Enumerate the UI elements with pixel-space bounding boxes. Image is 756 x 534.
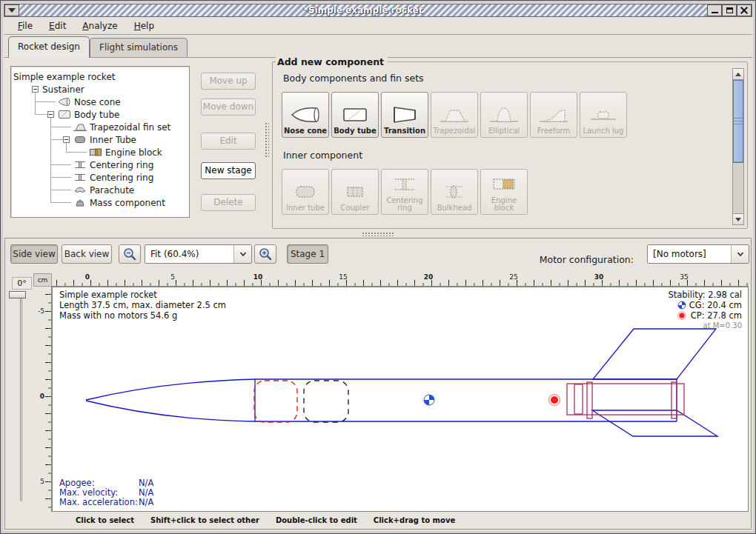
scroll-up-button[interactable] [733, 69, 743, 80]
tree-item-engine-block[interactable]: Engine block [11, 146, 189, 158]
fin-shape-bottom[interactable] [592, 410, 717, 436]
motor-configuration-select[interactable]: [No motors] [647, 244, 749, 264]
chevron-down-icon [238, 249, 248, 259]
move-up-button[interactable]: Move up [201, 73, 256, 90]
transition-icon [388, 104, 422, 126]
add-inner-tube-button[interactable]: Inner tube [282, 169, 329, 215]
rocket-info: Simple example rocket Length 37.5 cm, ma… [59, 290, 226, 321]
add-body-tube-button[interactable]: Body tube [331, 92, 379, 138]
cp-legend-icon [678, 312, 686, 319]
window-menu-button[interactable] [4, 4, 19, 16]
nose-cone-shape[interactable] [86, 379, 255, 400]
tree-item-inner-tube[interactable]: Inner Tube [11, 133, 189, 146]
dashed-component-rear[interactable] [304, 381, 348, 422]
move-down-button[interactable]: Move down [201, 99, 256, 116]
tab-flight-simulations[interactable]: Flight simulations [90, 38, 188, 57]
tree-item-fin-set[interactable]: Trapezoidal fin set [11, 121, 189, 133]
fin-shape-top[interactable] [593, 329, 716, 379]
add-centering-ring-button[interactable]: Centering ring [381, 169, 428, 215]
side-view-button[interactable]: Side view [10, 244, 58, 264]
menu-analyze[interactable]: Analyze [76, 19, 124, 33]
rocket-drawing: Simple example rocket Length 37.5 cm, ma… [53, 287, 748, 511]
tree-item-sustainer[interactable]: Sustainer [11, 83, 189, 96]
elliptical-fin-icon [487, 104, 521, 126]
add-engine-block-button[interactable]: Engine block [480, 169, 528, 215]
info-line: Simple example rocket [59, 290, 157, 300]
dropdown-arrow [731, 245, 749, 263]
tree-item-body-tube[interactable]: Body tube [11, 108, 189, 121]
zoom-out-button[interactable] [119, 244, 141, 264]
max-velocity-label: Max. velocity: [59, 487, 118, 498]
close-icon [740, 7, 748, 14]
zoom-level-select[interactable]: Fit (60.4%) [145, 244, 252, 264]
delete-button[interactable]: Delete [201, 194, 256, 211]
stage-1-toggle[interactable]: Stage 1 [287, 244, 328, 264]
nose-cone-shape[interactable] [86, 401, 255, 421]
rotation-slider[interactable] [20, 294, 22, 501]
tab-rocket-design[interactable]: Rocket design [8, 36, 90, 58]
edit-button[interactable]: Edit [201, 133, 256, 150]
main-tabs: Rocket design Flight simulations [4, 35, 752, 58]
add-launch-lug-button[interactable]: Launch lug [580, 92, 627, 138]
rocket-canvas[interactable]: Simple example rocket Length 37.5 cm, ma… [52, 287, 749, 512]
info-line: Length 37.5 cm, max. diameter 2.5 cm [59, 300, 226, 310]
nose-cone-icon [58, 97, 71, 107]
tree-item-mass-component[interactable]: Mass component [11, 196, 189, 209]
tree-item-parachute[interactable]: Parachute [11, 184, 189, 196]
centering-ring-shape[interactable] [672, 382, 677, 418]
dashed-component-front[interactable] [254, 381, 297, 422]
add-trapezoidal-button[interactable]: Trapezoidal [431, 92, 478, 138]
body-tube-icon [58, 110, 71, 119]
add-elliptical-button[interactable]: Elliptical [480, 92, 528, 138]
body-tube-icon [338, 104, 372, 126]
tree-item-nose-cone[interactable]: Nose cone [11, 96, 189, 108]
engine-block-shape[interactable] [574, 384, 583, 414]
internal-components [567, 382, 684, 418]
component-scrollbar[interactable] [732, 68, 744, 225]
vertical-ruler: -5 0 5 [33, 287, 52, 512]
menu-file[interactable]: File [11, 19, 39, 33]
motor-configuration-label: Motor configuration: [540, 254, 634, 265]
max-acceleration-value: N/A [139, 497, 153, 507]
hint: Click to select [76, 516, 134, 524]
add-coupler-button[interactable]: Coupler [331, 169, 379, 215]
launch-lug-icon [586, 104, 620, 126]
cg-marker[interactable] [424, 395, 434, 405]
max-acceleration-label: Max. acceleration: [59, 497, 138, 507]
group-title: Add new component [276, 56, 388, 67]
new-stage-button[interactable]: New stage [201, 162, 256, 179]
view-toolbar: Side view Back view Fit (60.4%) Stage 1 … [5, 244, 751, 264]
menu-edit[interactable]: Edit [42, 19, 73, 33]
back-view-button[interactable]: Back view [62, 244, 112, 264]
scroll-down-button[interactable] [733, 213, 743, 224]
close-button[interactable] [737, 4, 752, 16]
add-nose-cone-button[interactable]: Nose cone [282, 92, 329, 138]
menu-help[interactable]: Help [127, 19, 161, 33]
horizontal-splitter[interactable] [362, 233, 395, 236]
tree-item-rocket[interactable]: Simple example rocket [11, 70, 189, 83]
vertical-splitter[interactable] [265, 123, 269, 158]
add-transition-button[interactable]: Transition [381, 92, 428, 138]
design-upper-panel: Simple example rocket Sustainer Nose con… [4, 58, 752, 236]
minimize-button[interactable] [707, 4, 722, 16]
nose-cone-icon [288, 104, 322, 126]
add-freeform-button[interactable]: Freeform [530, 92, 577, 138]
hint: Shift+click to select other [150, 516, 259, 524]
app-window: *Simple example rocket File Edit Analyze… [0, 0, 756, 534]
maximize-button[interactable] [722, 4, 737, 16]
scrollbar-thumb[interactable] [733, 80, 743, 163]
tree-item-centering-ring-1[interactable]: Centering ring [11, 158, 189, 171]
maximize-icon [726, 7, 733, 13]
tree-item-centering-ring-2[interactable]: Centering ring [11, 171, 189, 184]
zoom-level-value: Fit (60.4%) [145, 249, 233, 259]
zoom-in-button[interactable] [254, 244, 276, 264]
centering-ring-shape[interactable] [587, 382, 592, 418]
hint: Click+drag to move [374, 516, 455, 524]
cp-value: CP: 27.8 cm [691, 310, 742, 321]
cg-value: CG: 20.4 cm [689, 300, 742, 310]
rotation-slider-handle[interactable] [9, 291, 26, 298]
cp-marker[interactable] [549, 395, 560, 406]
add-bulkhead-button[interactable]: Bulkhead [431, 169, 478, 215]
title-bar: *Simple example rocket [4, 4, 752, 17]
inner-tube-icon [73, 135, 87, 144]
